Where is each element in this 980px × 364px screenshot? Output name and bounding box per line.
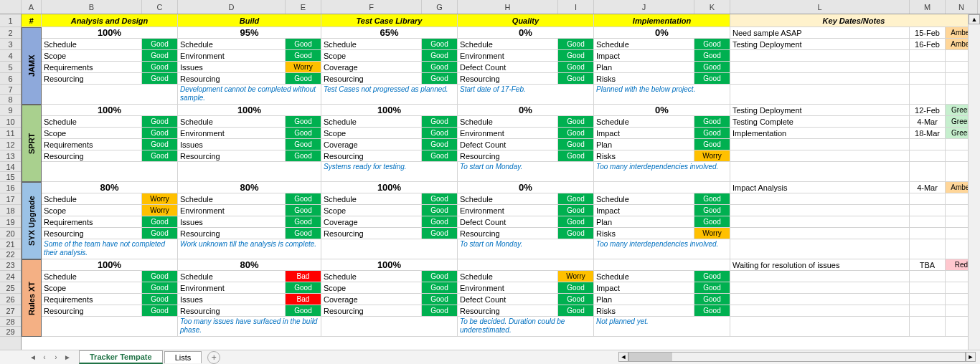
header-build[interactable]: Build [178,14,321,27]
row-header-24[interactable]: 24 [0,271,21,282]
label[interactable]: Resourcing [178,150,286,162]
keydate-date[interactable]: 4-Mar [910,116,946,128]
row-header-12[interactable]: 12 [0,139,21,150]
tab-first-icon[interactable]: ◄ [29,353,37,361]
label[interactable]: Coverage [321,216,422,228]
label[interactable]: Resourcing [42,150,142,162]
status-cell[interactable]: Good [142,294,178,305]
label[interactable]: Resourcing [458,73,558,85]
col-header-N[interactable]: N [946,0,978,14]
label[interactable]: Schedule [321,271,422,282]
add-sheet-button[interactable]: + [207,351,220,364]
status-cell[interactable]: Good [422,62,458,73]
label[interactable]: Plan [594,216,694,228]
status-cell[interactable]: Good [422,116,458,128]
note-testlib[interactable] [321,317,458,337]
label[interactable]: Defect Count [458,216,558,228]
status-cell[interactable]: Good [286,150,321,162]
pct-SYX Upgrade-build[interactable]: 80% [178,182,321,193]
label[interactable]: Defect Count [458,139,558,150]
status-cell[interactable]: Good [422,205,458,216]
label[interactable]: Scope [42,50,142,62]
row-header-16[interactable]: 16 [0,182,21,193]
label[interactable]: Resourcing [178,228,286,239]
status-cell[interactable]: Good [694,50,730,62]
label[interactable]: Environment [178,50,286,62]
col-header-L[interactable]: L [730,0,910,14]
status-cell[interactable]: Good [422,193,458,205]
status-cell[interactable]: Good [286,282,321,294]
status-cell[interactable]: Good [558,305,594,317]
status-cell[interactable]: Good [694,128,730,139]
note-quality[interactable]: To be decided. Duration could be underes… [458,317,594,337]
col-header-C[interactable]: C [142,0,178,14]
tab-next-icon[interactable]: › [52,353,60,361]
status-cell[interactable]: Worry [558,271,594,282]
status-cell[interactable]: Good [142,282,178,294]
row-header-3[interactable]: 3 [0,39,21,50]
status-cell[interactable]: Good [286,139,321,150]
note-impl[interactable]: Not planned yet. [594,317,730,337]
status-cell[interactable]: Good [694,39,730,50]
label[interactable]: Schedule [321,193,422,205]
label[interactable]: Schedule [458,193,558,205]
col-header-I[interactable]: I [558,0,594,14]
label[interactable]: Environment [178,205,286,216]
status-cell[interactable]: Good [142,150,178,162]
col-header-M[interactable]: M [910,0,946,14]
scroll-right-icon[interactable]: ► [966,352,976,362]
label[interactable]: Resourcing [178,305,286,317]
header-testlib[interactable]: Test Case Library [321,14,458,27]
row-header-5[interactable]: 5 [0,62,21,73]
status-cell[interactable]: Good [142,62,178,73]
label[interactable]: Schedule [178,271,286,282]
label[interactable]: Resourcing [178,73,286,85]
col-header-B[interactable]: B [42,0,142,14]
label[interactable]: Schedule [458,39,558,50]
keydate-text[interactable]: Need sample ASAP [730,27,910,39]
note-build[interactable]: Too many issues have surfaced in the bui… [178,317,321,337]
label[interactable]: Impact [594,128,694,139]
label[interactable]: Requirements [42,216,142,228]
vertical-scrollbar[interactable]: ▲ [968,14,980,350]
row-header-26[interactable]: 26 [0,294,21,305]
note-analysis[interactable] [42,85,178,105]
keydate-date[interactable]: TBA [910,259,946,271]
status-cell[interactable]: Good [286,228,321,239]
note-testlib[interactable] [321,239,458,259]
status-cell[interactable]: Good [422,139,458,150]
label[interactable]: Schedule [594,39,694,50]
row-header-18[interactable]: 18 [0,205,21,216]
keydate-date[interactable]: 12-Feb [910,105,946,116]
status-cell[interactable]: Good [558,116,594,128]
keydate-text[interactable]: Testing Deployment [730,39,910,50]
status-cell[interactable]: Worry [694,150,730,162]
label[interactable]: Issues [178,294,286,305]
label[interactable]: Coverage [321,139,422,150]
project-tab-syx-upgrade[interactable]: SYX Upgrade [22,182,42,259]
status-cell[interactable]: Good [558,282,594,294]
status-cell[interactable]: Good [142,116,178,128]
header-impl[interactable]: Implementation [594,14,730,27]
label[interactable]: Resourcing [321,305,422,317]
col-header-J[interactable]: J [594,0,694,14]
label[interactable]: Environment [178,282,286,294]
note-impl[interactable]: Too many interdependencies involved. [594,239,730,259]
label[interactable]: Resourcing [321,150,422,162]
status-cell[interactable]: Good [558,193,594,205]
label[interactable]: Environment [458,282,558,294]
label[interactable]: Scope [42,205,142,216]
status-cell[interactable]: Good [694,139,730,150]
status-cell[interactable]: Good [422,216,458,228]
status-cell[interactable]: Good [694,294,730,305]
note-quality[interactable]: To start on Monday. [458,239,594,259]
label[interactable]: Issues [178,62,286,73]
status-cell[interactable]: Good [694,193,730,205]
select-all-corner[interactable] [0,0,22,14]
status-cell[interactable]: Good [694,73,730,85]
label[interactable]: Risks [594,228,694,239]
pct-JAMX-build[interactable]: 95% [178,27,321,39]
status-cell[interactable]: Good [142,139,178,150]
note-impl[interactable]: Planned with the below project. [594,85,730,105]
col-header-D[interactable]: D [178,0,286,14]
